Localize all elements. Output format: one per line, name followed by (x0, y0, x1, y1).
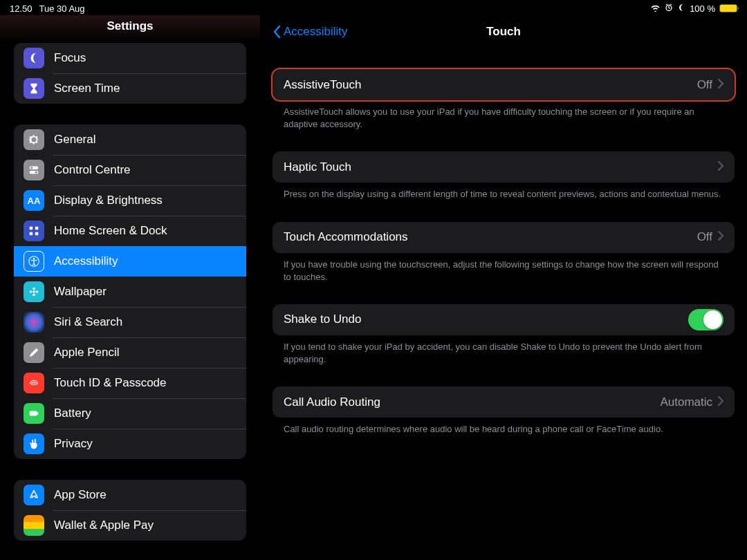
sidebar-item-label: Battery (54, 407, 91, 420)
chevron-right-icon (718, 78, 723, 92)
sidebar-title: Settings (0, 15, 260, 43)
row-label: Call Audio Routing (284, 395, 660, 409)
sidebar-item-siri[interactable]: Siri & Search (14, 307, 246, 337)
sidebar-item-label: App Store (54, 488, 107, 502)
sidebar-item-label: Focus (54, 51, 86, 65)
battery-percent: 100 % (690, 3, 715, 14)
back-label: Accessibility (284, 25, 348, 39)
row-assistive-touch[interactable]: AssistiveTouch Off (273, 69, 735, 100)
alarm-icon (665, 3, 673, 14)
sidebar-section-main: General Control Centre AA Display & Brig… (14, 124, 246, 459)
sidebar-item-touch-id[interactable]: Touch ID & Passcode (14, 368, 246, 398)
svg-rect-5 (30, 227, 33, 230)
sidebar-item-label: Privacy (54, 437, 93, 451)
moon-icon (677, 3, 685, 14)
wifi-icon (650, 3, 661, 14)
row-label: Touch Accommodations (284, 230, 697, 244)
svg-rect-7 (30, 232, 33, 236)
chevron-right-icon (718, 395, 723, 409)
battery-icon (24, 403, 44, 424)
row-label: Shake to Undo (284, 312, 688, 326)
accessibility-icon (24, 251, 44, 272)
svg-point-13 (33, 294, 35, 297)
sidebar-item-focus[interactable]: Focus (14, 43, 246, 73)
pencil-icon (24, 342, 44, 363)
sidebar-item-label: Siri & Search (54, 315, 122, 329)
svg-rect-16 (30, 411, 37, 416)
svg-point-4 (35, 171, 37, 174)
gear-icon (24, 129, 44, 150)
status-date: Tue 30 Aug (39, 3, 85, 14)
wallet-icon (24, 515, 44, 536)
footer-accommodations: If you have trouble using the touchscree… (273, 253, 735, 283)
sidebar-item-label: Wallpaper (54, 285, 107, 299)
page-title: Touch (486, 25, 521, 39)
chevron-right-icon (718, 230, 723, 244)
status-bar: 12.50 Tue 30 Aug 100 % (0, 0, 747, 17)
sidebar-item-general[interactable]: General (14, 124, 246, 155)
switches-icon (24, 160, 44, 180)
group-touch-accommodations: Touch Accommodations Off (273, 222, 735, 253)
chevron-left-icon (273, 25, 281, 39)
moon-icon (24, 48, 44, 68)
svg-rect-6 (35, 227, 39, 230)
back-button[interactable]: Accessibility (273, 25, 348, 39)
sidebar-item-label: Display & Brightness (54, 194, 163, 207)
row-call-audio-routing[interactable]: Call Audio Routing Automatic (273, 386, 735, 418)
sidebar-item-label: Home Screen & Dock (54, 224, 167, 238)
sidebar-item-home-screen[interactable]: Home Screen & Dock (14, 216, 246, 246)
footer-callrouting: Call audio routing determines where audi… (273, 418, 735, 436)
hand-icon (24, 433, 44, 454)
row-haptic-touch[interactable]: Haptic Touch (273, 151, 735, 183)
sidebar-item-display[interactable]: AA Display & Brightness (14, 185, 246, 216)
svg-point-11 (33, 290, 35, 293)
group-assistive-touch: AssistiveTouch Off (273, 69, 735, 100)
svg-point-3 (30, 167, 33, 169)
sidebar-item-apple-pencil[interactable]: Apple Pencil (14, 337, 246, 368)
status-time: 12.50 (10, 3, 33, 14)
sidebar-item-label: Apple Pencil (54, 346, 120, 360)
group-call-audio-routing: Call Audio Routing Automatic (273, 386, 735, 418)
sidebar-item-wallpaper[interactable]: Wallpaper (14, 277, 246, 307)
battery-icon (719, 4, 737, 12)
row-shake-to-undo: Shake to Undo (273, 304, 735, 335)
appstore-icon (24, 485, 44, 505)
sidebar-item-app-store[interactable]: App Store (14, 480, 246, 510)
sidebar-item-battery[interactable]: Battery (14, 398, 246, 429)
svg-rect-8 (35, 232, 39, 236)
svg-rect-17 (37, 412, 39, 415)
svg-point-14 (30, 290, 33, 293)
footer-assistive: AssistiveTouch allows you to use your iP… (273, 100, 735, 131)
footer-haptic: Press on the display using a different l… (273, 183, 735, 200)
row-value: Automatic (660, 395, 712, 409)
sidebar-item-screen-time[interactable]: Screen Time (14, 73, 246, 104)
footer-shake: If you tend to shake your iPad by accide… (273, 335, 735, 366)
grid-icon (24, 221, 44, 241)
chevron-right-icon (718, 160, 723, 174)
detail-pane: Accessibility Touch AssistiveTouch Off A… (260, 15, 747, 560)
sidebar-item-label: Wallet & Apple Pay (54, 519, 154, 532)
row-touch-accommodations[interactable]: Touch Accommodations Off (273, 222, 735, 253)
sidebar-item-label: General (54, 133, 95, 147)
svg-point-10 (33, 258, 35, 260)
sidebar-item-wallet[interactable]: Wallet & Apple Pay (14, 510, 246, 541)
aa-icon: AA (24, 190, 44, 211)
sidebar-section-focus: Focus Screen Time (14, 43, 246, 104)
hourglass-icon (24, 78, 44, 99)
row-value: Off (697, 78, 712, 92)
detail-nav: Accessibility Touch (273, 15, 735, 48)
flower-icon (24, 281, 44, 302)
sidebar-item-label: Accessibility (54, 254, 118, 268)
svg-point-15 (36, 290, 39, 293)
siri-icon (24, 312, 44, 333)
sidebar-item-privacy[interactable]: Privacy (14, 429, 246, 459)
settings-sidebar: Settings Focus Screen Time General (0, 15, 260, 560)
row-label: Haptic Touch (284, 160, 718, 174)
svg-point-12 (33, 288, 35, 290)
sidebar-item-control-centre[interactable]: Control Centre (14, 155, 246, 185)
group-shake-to-undo: Shake to Undo (273, 304, 735, 335)
sidebar-item-accessibility[interactable]: Accessibility (14, 246, 246, 277)
toggle-shake-to-undo[interactable] (688, 309, 723, 330)
row-label: AssistiveTouch (284, 78, 697, 92)
sidebar-item-label: Touch ID & Passcode (54, 376, 167, 390)
